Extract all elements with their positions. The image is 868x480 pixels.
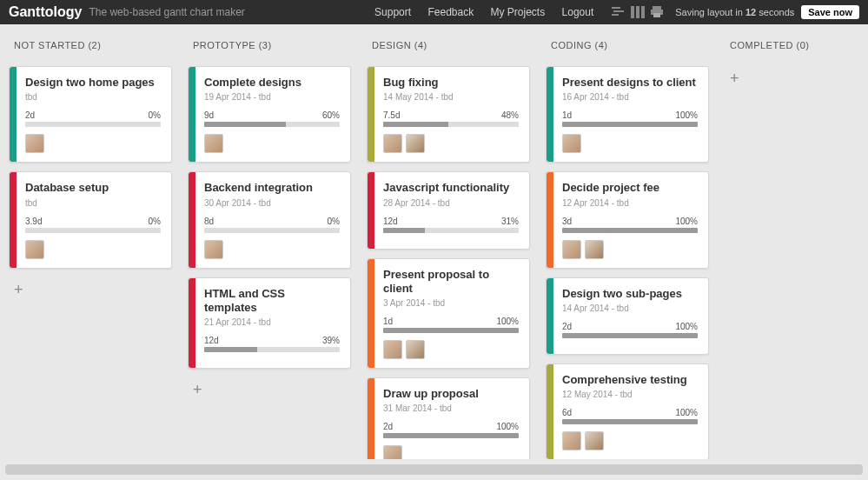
progress-fill xyxy=(562,419,698,424)
column-header: PROTOTYPE (3) xyxy=(188,40,351,50)
avatar[interactable] xyxy=(562,431,581,450)
progress-bar xyxy=(25,228,161,233)
card-meta: 6d100% xyxy=(562,408,698,417)
card-duration: 2d xyxy=(25,110,35,120)
kanban-column: COMPLETED (0)+ xyxy=(725,40,868,443)
add-card-button[interactable]: + xyxy=(725,66,745,91)
card-meta: 9d60% xyxy=(204,110,340,120)
card-meta: 12d39% xyxy=(204,336,340,345)
card-date: 16 Apr 2014 - tbd xyxy=(562,92,698,102)
nav-support[interactable]: Support xyxy=(374,6,411,18)
card-date: tbd xyxy=(25,92,161,102)
task-card[interactable]: Javascript functionality28 Apr 2014 - tb… xyxy=(367,171,530,249)
avatar[interactable] xyxy=(383,134,402,153)
task-card[interactable]: Present proposal to client3 Apr 2014 - t… xyxy=(367,258,530,370)
avatar[interactable] xyxy=(562,134,581,153)
progress-bar xyxy=(204,122,340,127)
task-card[interactable]: Backend integration30 Apr 2014 - tbd8d0% xyxy=(188,171,351,268)
svg-rect-0 xyxy=(612,7,620,9)
view-icons xyxy=(609,6,666,18)
avatar[interactable] xyxy=(406,134,425,153)
progress-bar xyxy=(562,419,698,424)
avatar[interactable] xyxy=(25,134,44,153)
card-meta: 7.5d48% xyxy=(383,110,519,120)
progress-fill xyxy=(562,228,698,233)
gantt-view-icon[interactable] xyxy=(612,6,626,18)
progress-fill xyxy=(562,122,698,127)
card-title: HTML and CSS templates xyxy=(204,287,340,316)
card-percent: 100% xyxy=(496,317,519,326)
card-date: 12 May 2014 - tbd xyxy=(562,390,698,399)
card-duration: 3d xyxy=(562,217,572,226)
avatar-group xyxy=(383,340,519,359)
tagline: The web-based gantt chart maker xyxy=(89,6,244,18)
card-date: 3 Apr 2014 - tbd xyxy=(383,298,519,308)
avatar[interactable] xyxy=(383,445,402,459)
card-duration: 2d xyxy=(562,322,572,331)
brand-logo: Ganttology xyxy=(9,4,82,20)
nav-logout[interactable]: Logout xyxy=(562,6,594,18)
task-card[interactable]: Present designs to client16 Apr 2014 - t… xyxy=(546,66,709,163)
task-card[interactable]: HTML and CSS templates21 Apr 2014 - tbd1… xyxy=(188,277,351,370)
task-card[interactable]: Design two home pagestbd2d0% xyxy=(9,66,172,163)
avatar[interactable] xyxy=(562,240,581,259)
task-card[interactable]: Decide project fee12 Apr 2014 - tbd3d100… xyxy=(546,171,709,268)
task-card[interactable]: Complete designs19 Apr 2014 - tbd9d60% xyxy=(188,66,351,163)
card-percent: 31% xyxy=(501,217,519,226)
task-card[interactable]: Database setuptbd3.9d0% xyxy=(9,171,172,268)
avatar[interactable] xyxy=(406,340,425,359)
avatar-group xyxy=(383,134,519,153)
card-color-stripe xyxy=(368,378,374,459)
card-duration: 2d xyxy=(383,422,393,431)
card-percent: 0% xyxy=(328,217,340,226)
kanban-column: PROTOTYPE (3)Complete designs19 Apr 2014… xyxy=(188,40,351,443)
card-percent: 60% xyxy=(322,110,340,120)
card-meta: 2d100% xyxy=(562,322,698,331)
card-color-stripe xyxy=(368,172,374,248)
progress-bar xyxy=(204,347,340,352)
avatar[interactable] xyxy=(204,134,223,153)
card-date: 19 Apr 2014 - tbd xyxy=(204,92,340,102)
card-duration: 8d xyxy=(204,217,214,226)
card-title: Database setup xyxy=(25,181,161,195)
add-card-button[interactable]: + xyxy=(188,377,208,403)
avatar-group xyxy=(25,134,161,153)
top-nav: Support Feedback My Projects Logout xyxy=(368,6,600,18)
horizontal-scrollbar[interactable] xyxy=(5,464,863,475)
card-date: 31 Mar 2014 - tbd xyxy=(383,403,519,413)
card-date: 14 May 2014 - tbd xyxy=(383,92,519,102)
nav-projects[interactable]: My Projects xyxy=(491,6,546,18)
avatar[interactable] xyxy=(25,240,44,259)
task-card[interactable]: Comprehensive testing12 May 2014 - tbd6d… xyxy=(546,363,709,459)
progress-bar xyxy=(562,228,698,233)
kanban-column: DESIGN (4)Bug fixing14 May 2014 - tbd7.5… xyxy=(367,40,530,443)
column-header: CODING (4) xyxy=(546,40,709,50)
progress-bar xyxy=(383,328,519,333)
progress-fill xyxy=(383,433,519,438)
card-percent: 48% xyxy=(501,110,519,120)
avatar[interactable] xyxy=(204,240,223,259)
add-card-button[interactable]: + xyxy=(9,277,29,303)
card-color-stripe xyxy=(547,278,553,354)
task-card[interactable]: Draw up proposal31 Mar 2014 - tbd2d100% xyxy=(367,377,530,459)
card-meta: 12d31% xyxy=(383,217,519,226)
card-percent: 100% xyxy=(496,422,519,431)
avatar[interactable] xyxy=(585,240,604,259)
print-icon[interactable] xyxy=(650,6,664,18)
save-now-button[interactable]: Save now xyxy=(801,5,859,19)
avatar[interactable] xyxy=(585,431,604,450)
task-card[interactable]: Bug fixing14 May 2014 - tbd7.5d48% xyxy=(367,66,530,163)
card-meta: 8d0% xyxy=(204,217,340,226)
card-percent: 100% xyxy=(675,217,698,226)
task-card[interactable]: Design two sub-pages14 Apr 2014 - tbd2d1… xyxy=(546,277,709,355)
board-view-icon[interactable] xyxy=(631,6,645,18)
card-percent: 100% xyxy=(675,322,698,331)
card-meta: 1d100% xyxy=(562,110,698,120)
avatar[interactable] xyxy=(383,340,402,359)
card-percent: 100% xyxy=(675,408,698,417)
card-title: Draw up proposal xyxy=(383,387,519,401)
progress-fill xyxy=(204,347,257,352)
card-title: Present designs to client xyxy=(562,76,698,90)
progress-bar xyxy=(383,433,519,438)
nav-feedback[interactable]: Feedback xyxy=(427,6,474,18)
